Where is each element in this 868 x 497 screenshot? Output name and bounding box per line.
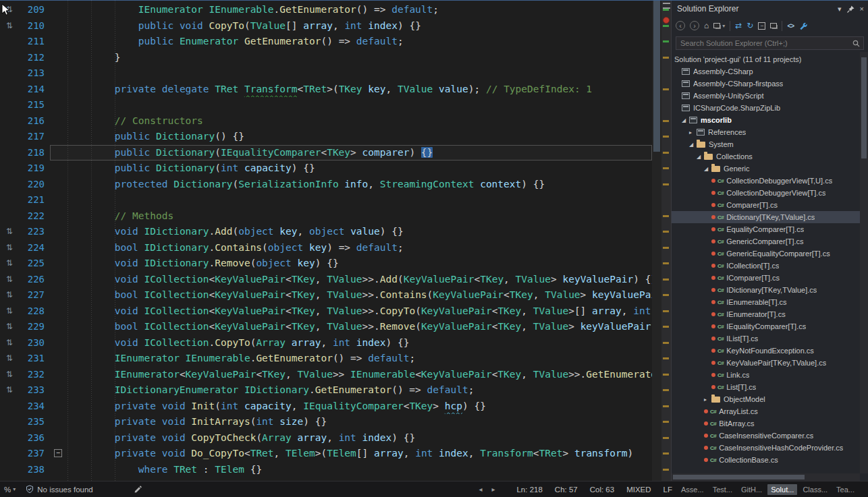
panel-tab[interactable]: Tea... (833, 484, 858, 495)
code-line-216[interactable]: 216 // Constructors (0, 113, 652, 129)
inheritance-indicator-icon[interactable]: ⇅ (0, 335, 19, 351)
collapse-all-button[interactable]: − (758, 22, 765, 30)
tree-item[interactable]: C#Link.cs (672, 369, 860, 381)
expand-arrow-icon[interactable]: ▸ (704, 397, 711, 403)
tree-item[interactable]: Assembly-UnityScript (672, 90, 860, 102)
tree-item[interactable]: C#ICollection[T].cs (672, 260, 860, 272)
panel-tab[interactable]: Test... (709, 484, 736, 495)
code-line-232[interactable]: ⇅232 IEnumerator<KeyValuePair<TKey, TVal… (0, 367, 652, 383)
inheritance-indicator-icon[interactable]: ⇅ (0, 303, 19, 320)
line-number[interactable]: 235 (19, 414, 49, 430)
tree-item[interactable]: ▸ObjectModel (672, 393, 860, 405)
code-line-234[interactable]: 234 private void Init(int capacity, IEqu… (0, 399, 652, 415)
code-line-217[interactable]: 217 public Dictionary() {} (0, 129, 652, 145)
code-line-223[interactable]: ⇅223 void IDictionary.Add(object key, ob… (0, 224, 652, 240)
line-number[interactable]: 217 (19, 129, 49, 145)
line-number[interactable]: 214 (19, 82, 49, 98)
line-number[interactable]: 231 (19, 351, 49, 367)
inheritance-indicator-icon[interactable]: ⇅ (0, 367, 19, 383)
inheritance-indicator-icon[interactable]: ⇅ (0, 18, 19, 34)
inheritance-indicator-icon[interactable]: ⇅ (0, 256, 19, 272)
line-number[interactable]: 213 (19, 65, 49, 82)
line-number[interactable]: 234 (19, 399, 49, 415)
code-line-229[interactable]: ⇅229 bool ICollection<KeyValuePair<TKey,… (0, 319, 652, 335)
view-code-button[interactable]: <> (787, 22, 794, 30)
scroll-left-button[interactable]: ◂ (479, 486, 482, 493)
collapse-arrow-icon[interactable]: ◢ (704, 166, 711, 172)
show-all-files-ic on[interactable] (770, 23, 777, 28)
switch-views-icon[interactable] (713, 23, 720, 28)
tree-item[interactable]: C#GenericEqualityComparer[T].cs (672, 247, 860, 260)
collapse-region-button[interactable]: − (54, 449, 62, 457)
char-indicator[interactable]: Ch: 57 (555, 486, 578, 494)
code-line-226[interactable]: ⇅226 void ICollection<KeyValuePair<TKey,… (0, 272, 652, 288)
code-line-213[interactable]: 213 (0, 65, 652, 82)
tree-item[interactable]: C#IEnumerator[T].cs (672, 308, 860, 320)
tree-item[interactable]: C#IEqualityComparer[T].cs (672, 320, 860, 332)
tree-item[interactable]: C#CaseInsensitiveComparer.cs (672, 430, 860, 442)
panel-tab[interactable]: Asse... (678, 484, 707, 495)
expand-arrow-icon[interactable]: ▸ (689, 129, 697, 136)
code-line-214[interactable]: 214 private delegate TRet Transform<TRet… (0, 82, 652, 98)
code-line-219[interactable]: 219 public Dictionary(int capacity) {} (0, 160, 652, 177)
code-line-221[interactable]: 221 (0, 192, 652, 208)
line-number[interactable]: 226 (19, 272, 49, 288)
tree-item[interactable]: C#Comparer[T].cs (672, 199, 860, 211)
tree-item[interactable]: C#CollectionDebuggerView[T,U].cs (672, 175, 860, 187)
line-number[interactable]: 236 (19, 430, 49, 446)
tree-item[interactable]: Solution 'project-gui' (11 of 11 project… (672, 53, 860, 65)
code-line-211[interactable]: 211 public Enumerator GetEnumerator() =>… (0, 34, 652, 50)
code-line-239[interactable]: 239 private static KeyValuePair<TKey, TV… (0, 477, 652, 481)
solution-explorer-vertical-scrollbar[interactable] (860, 52, 868, 473)
line-number[interactable]: 210 (19, 18, 49, 34)
code-line-231[interactable]: ⇅231 IEnumerator IEnumerable.GetEnumerat… (0, 351, 652, 367)
line-number[interactable]: 239 (19, 477, 49, 481)
inheritance-indicator-icon[interactable]: ⇅ (0, 224, 19, 240)
collapse-arrow-icon[interactable]: ◢ (682, 117, 689, 123)
solution-explorer-titlebar[interactable]: Solution Explorer ▾ × (672, 1, 868, 17)
tree-item[interactable]: C#KeyValuePair[TKey,TValue].cs (672, 357, 860, 369)
chevron-down-icon[interactable]: ▾ (722, 23, 725, 29)
inheritance-indicator-icon[interactable]: ⇅ (0, 287, 19, 303)
inheritance-indicator-icon[interactable]: ⇅ (0, 319, 19, 335)
close-icon[interactable]: × (860, 5, 864, 13)
tree-item[interactable]: C#CollectionDebuggerView[T].cs (672, 187, 860, 199)
code-line-237[interactable]: 237− private void Do_CopyTo<TRet, TElem>… (0, 446, 652, 462)
code-line-210[interactable]: ⇅210 public void CopyTo(TValue[] array, … (0, 18, 652, 34)
search-icon[interactable] (852, 40, 860, 47)
code-line-225[interactable]: ⇅225 void IDictionary.Remove(object key)… (0, 256, 652, 272)
line-number[interactable]: 238 (19, 462, 49, 478)
scrollbar-thumb[interactable] (653, 1, 660, 152)
search-input[interactable] (676, 36, 864, 50)
code-line-233[interactable]: ⇅233 IDictionaryEnumerator IDictionary.G… (0, 382, 652, 399)
back-button[interactable]: ‹ (676, 21, 685, 30)
line-number[interactable]: 219 (19, 160, 49, 177)
inheritance-indicator-icon[interactable]: ⇅ (0, 382, 19, 399)
line-number[interactable]: 216 (19, 113, 49, 129)
column-indicator[interactable]: Col: 63 (590, 486, 614, 494)
line-number[interactable]: 233 (19, 382, 49, 399)
zoom-control[interactable]: % ▾ (4, 486, 16, 494)
tree-item[interactable]: ◢Generic (672, 163, 860, 175)
line-number[interactable]: 222 (19, 208, 49, 225)
line-number[interactable]: 223 (19, 224, 49, 240)
inheritance-indicator-icon[interactable]: ⇅ (0, 351, 19, 367)
line-number[interactable]: 215 (19, 97, 49, 113)
code-line-236[interactable]: 236 private void CopyToCheck(Array array… (0, 430, 652, 446)
line-number[interactable]: 237 (19, 446, 49, 462)
tree-item[interactable]: C#IDictionary[TKey,TValue].cs (672, 284, 860, 296)
tree-item[interactable]: C#ArrayList.cs (672, 405, 860, 417)
code-line-230[interactable]: ⇅230 void ICollection.CopyTo(Array array… (0, 335, 652, 351)
inheritance-indicator-icon[interactable]: ⇅ (0, 240, 19, 256)
line-number[interactable]: 220 (19, 177, 49, 193)
collapse-arrow-icon[interactable]: ◢ (689, 142, 697, 148)
line-number[interactable]: 221 (19, 192, 49, 208)
line-number[interactable]: 230 (19, 335, 49, 351)
code-line-215[interactable]: 215 (0, 97, 652, 113)
sync-with-active-document-button[interactable]: ⇄ (735, 21, 742, 30)
inheritance-indicator-icon[interactable]: ⇅ (0, 272, 19, 288)
solution-explorer-horizontal-scrollbar[interactable] (672, 473, 860, 481)
panel-tab[interactable]: Solut... (767, 484, 797, 495)
code-line-218[interactable]: 218 public Dictionary(IEqualityComparer<… (0, 145, 652, 161)
line-ending-indicator[interactable]: LF (663, 486, 672, 494)
